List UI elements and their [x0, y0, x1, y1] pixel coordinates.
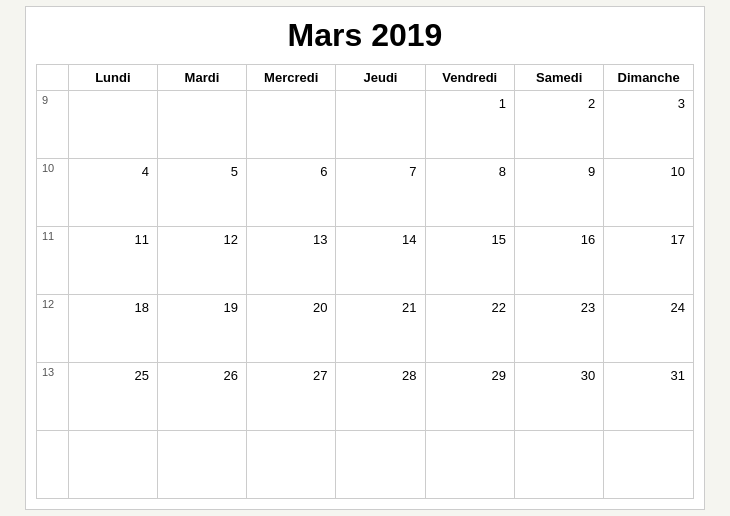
day-cell: 18 [68, 295, 157, 363]
day-cell: 2 [515, 91, 604, 159]
day-cell: 21 [336, 295, 425, 363]
day-number: 2 [520, 94, 598, 111]
day-cell: 27 [246, 363, 335, 431]
week-number: 9 [37, 91, 69, 159]
day-number: 5 [163, 162, 241, 179]
day-cell: 14 [336, 227, 425, 295]
day-cell: 28 [336, 363, 425, 431]
header-mercredi: Mercredi [246, 65, 335, 91]
calendar-container: Mars 2019 Lundi Mardi Mercredi Jeudi Ven… [25, 6, 705, 510]
day-cell: 7 [336, 159, 425, 227]
day-number: 25 [74, 366, 152, 383]
day-cell [425, 431, 514, 499]
day-cell: 6 [246, 159, 335, 227]
day-number: 10 [609, 162, 688, 179]
day-number: 13 [252, 230, 330, 247]
day-cell [246, 91, 335, 159]
day-number: 6 [252, 162, 330, 179]
day-number: 1 [431, 94, 509, 111]
day-number: 16 [520, 230, 598, 247]
week-header [37, 65, 69, 91]
day-cell [157, 431, 246, 499]
day-number: 29 [431, 366, 509, 383]
week-row: 1218192021222324 [37, 295, 694, 363]
day-cell: 11 [68, 227, 157, 295]
day-number: 12 [163, 230, 241, 247]
day-number: 23 [520, 298, 598, 315]
day-cell: 30 [515, 363, 604, 431]
day-cell [515, 431, 604, 499]
day-number: 15 [431, 230, 509, 247]
day-cell: 29 [425, 363, 514, 431]
day-cell: 23 [515, 295, 604, 363]
day-cell: 9 [515, 159, 604, 227]
day-cell: 26 [157, 363, 246, 431]
day-number: 7 [341, 162, 419, 179]
day-number: 31 [609, 366, 688, 383]
day-cell: 20 [246, 295, 335, 363]
day-cell: 13 [246, 227, 335, 295]
day-number: 3 [609, 94, 688, 111]
header-samedi: Samedi [515, 65, 604, 91]
calendar-body: 9123104567891011111213141516171218192021… [37, 91, 694, 499]
day-cell: 25 [68, 363, 157, 431]
day-cell: 16 [515, 227, 604, 295]
header-jeudi: Jeudi [336, 65, 425, 91]
calendar-title: Mars 2019 [36, 17, 694, 54]
day-number: 8 [431, 162, 509, 179]
day-number: 20 [252, 298, 330, 315]
header-vendredi: Vendredi [425, 65, 514, 91]
day-number: 19 [163, 298, 241, 315]
day-number: 28 [341, 366, 419, 383]
day-cell [68, 91, 157, 159]
day-number: 30 [520, 366, 598, 383]
day-cell: 1 [425, 91, 514, 159]
day-cell: 8 [425, 159, 514, 227]
day-cell: 15 [425, 227, 514, 295]
week-number: 13 [37, 363, 69, 431]
header-mardi: Mardi [157, 65, 246, 91]
day-cell [246, 431, 335, 499]
day-cell: 31 [604, 363, 694, 431]
week-number: 11 [37, 227, 69, 295]
calendar-table: Lundi Mardi Mercredi Jeudi Vendredi Same… [36, 64, 694, 499]
day-number: 11 [74, 230, 152, 247]
week-row: 9123 [37, 91, 694, 159]
day-cell: 24 [604, 295, 694, 363]
week-row [37, 431, 694, 499]
day-cell [336, 431, 425, 499]
day-number: 26 [163, 366, 241, 383]
header-dimanche: Dimanche [604, 65, 694, 91]
week-number: 10 [37, 159, 69, 227]
day-number: 22 [431, 298, 509, 315]
week-row: 1045678910 [37, 159, 694, 227]
day-number: 17 [609, 230, 688, 247]
day-cell [157, 91, 246, 159]
day-cell [68, 431, 157, 499]
day-number: 18 [74, 298, 152, 315]
week-row: 1111121314151617 [37, 227, 694, 295]
week-row: 1325262728293031 [37, 363, 694, 431]
day-cell: 17 [604, 227, 694, 295]
day-cell [604, 431, 694, 499]
day-cell: 3 [604, 91, 694, 159]
day-cell: 4 [68, 159, 157, 227]
day-number: 9 [520, 162, 598, 179]
header-row: Lundi Mardi Mercredi Jeudi Vendredi Same… [37, 65, 694, 91]
day-number: 4 [74, 162, 152, 179]
day-cell: 19 [157, 295, 246, 363]
day-cell [336, 91, 425, 159]
day-number: 14 [341, 230, 419, 247]
day-number: 24 [609, 298, 688, 315]
day-cell: 22 [425, 295, 514, 363]
week-number: 12 [37, 295, 69, 363]
week-number [37, 431, 69, 499]
header-lundi: Lundi [68, 65, 157, 91]
day-cell: 10 [604, 159, 694, 227]
day-cell: 12 [157, 227, 246, 295]
day-cell: 5 [157, 159, 246, 227]
day-number: 27 [252, 366, 330, 383]
day-number: 21 [341, 298, 419, 315]
